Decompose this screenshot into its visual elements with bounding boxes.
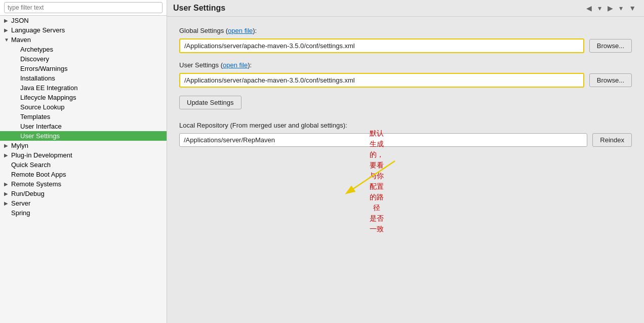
sidebar-item-lifecycle-mappings[interactable]: Lifecycle Mappings (0, 93, 167, 102)
sidebar-item-quick-search[interactable]: Quick Search (0, 160, 167, 170)
user-settings-link[interactable]: open file (223, 61, 248, 69)
local-repo-row: Reindex (179, 133, 632, 147)
sidebar-item-label: Mylyn (11, 142, 165, 149)
nav-icons: ◀ ▾ ▶ ▾ ▼ (584, 3, 638, 13)
local-repo-label: Local Repository (From merged user and g… (179, 122, 632, 129)
sidebar-item-run-debug[interactable]: ▶ Run/Debug (0, 189, 167, 198)
server-arrow-icon: ▶ (4, 200, 11, 206)
svg-line-0 (349, 161, 395, 191)
sidebar-item-label: Lifecycle Mappings (20, 94, 165, 101)
sidebar-item-errors-warnings[interactable]: Errors/Warnings (0, 64, 167, 73)
update-settings-button[interactable]: Update Settings (179, 96, 242, 109)
sidebar-item-label: Remote Systems (11, 180, 165, 188)
json-arrow-icon: ▶ (4, 18, 11, 23)
sidebar-item-label: Source Lookup (20, 103, 165, 111)
main-content: Global Settings (open file): Browse... U… (167, 17, 644, 323)
main-header: User Settings ◀ ▾ ▶ ▾ ▼ (167, 0, 644, 17)
sidebar-item-label: Templates (20, 113, 165, 120)
annotation-line2: 是否一致 (370, 213, 384, 234)
sidebar-item-mylyn[interactable]: ▶ Mylyn (0, 141, 167, 150)
global-settings-browse-button[interactable]: Browse... (589, 39, 632, 53)
sidebar-item-server[interactable]: ▶ Server (0, 198, 167, 208)
main-panel: User Settings ◀ ▾ ▶ ▾ ▼ Global Settings … (167, 0, 644, 323)
sidebar-item-label: Maven (11, 36, 165, 44)
language-servers-arrow-icon: ▶ (4, 27, 11, 33)
sidebar-item-language-servers[interactable]: ▶ Language Servers (0, 25, 167, 35)
local-repo-section: Local Repository (From merged user and g… (179, 122, 632, 147)
sidebar-item-user-settings[interactable]: User Settings (0, 131, 167, 141)
sidebar-item-archetypes[interactable]: Archetypes (0, 45, 167, 54)
mylyn-arrow-icon: ▶ (4, 143, 11, 148)
sidebar-item-label: Java EE Integration (20, 84, 165, 92)
sidebar-item-maven[interactable]: ▼ Maven (0, 35, 167, 45)
sidebar-item-plug-in-development[interactable]: ▶ Plug-in Development (0, 150, 167, 160)
annotation-arrow-icon (339, 158, 400, 199)
sidebar-item-label: User Interface (20, 123, 165, 130)
back-button[interactable]: ◀ (584, 3, 594, 13)
sidebar-item-java-ee[interactable]: Java EE Integration (0, 83, 167, 93)
user-settings-row: Browse... (179, 73, 632, 88)
forward-button[interactable]: ▶ (606, 3, 615, 13)
sidebar-item-discovery[interactable]: Discovery (0, 54, 167, 64)
maven-arrow-icon: ▼ (4, 37, 11, 43)
global-settings-input[interactable] (179, 38, 584, 53)
forward-dropdown-button[interactable]: ▾ (617, 3, 625, 13)
sidebar-item-label: Installations (20, 74, 165, 82)
sidebar-item-label: Language Servers (11, 26, 165, 34)
local-repo-input[interactable] (179, 133, 587, 147)
plug-in-arrow-icon: ▶ (4, 152, 11, 158)
sidebar-tree: ▶ JSON ▶ Language Servers ▼ Maven Archet… (0, 16, 167, 323)
global-settings-row: Browse... (179, 38, 632, 53)
sidebar-item-label: Plug-in Development (11, 151, 165, 159)
sidebar-item-label: Remote Boot Apps (11, 171, 165, 178)
sidebar-item-label: Server (11, 199, 165, 207)
remote-systems-arrow-icon: ▶ (4, 181, 11, 187)
menu-dropdown-button[interactable]: ▼ (627, 3, 638, 13)
sidebar-item-remote-boot-apps[interactable]: Remote Boot Apps (0, 170, 167, 179)
sidebar-item-json[interactable]: ▶ JSON (0, 16, 167, 25)
reindex-button[interactable]: Reindex (592, 133, 632, 147)
sidebar-item-label: Spring (11, 209, 165, 217)
sidebar-item-templates[interactable]: Templates (0, 112, 167, 122)
sidebar-item-label: User Settings (20, 132, 165, 140)
sidebar-item-label: Archetypes (20, 46, 165, 53)
user-settings-label: User Settings (open file): (179, 61, 632, 69)
filter-input[interactable] (4, 2, 163, 13)
global-settings-label: Global Settings (open file): (179, 27, 632, 34)
sidebar-item-label: JSON (11, 17, 165, 24)
global-settings-link[interactable]: open file (228, 27, 253, 34)
sidebar-item-source-lookup[interactable]: Source Lookup (0, 102, 167, 112)
sidebar-item-label: Discovery (20, 55, 165, 63)
sidebar-filter-area (0, 0, 167, 16)
sidebar-item-remote-systems[interactable]: ▶ Remote Systems (0, 179, 167, 189)
sidebar-item-label: Quick Search (11, 161, 165, 169)
page-title: User Settings (173, 4, 225, 13)
sidebar-item-user-interface[interactable]: User Interface (0, 122, 167, 131)
sidebar-item-label: Run/Debug (11, 190, 165, 197)
sidebar-item-spring[interactable]: Spring (0, 208, 167, 218)
sidebar-item-installations[interactable]: Installations (0, 73, 167, 83)
user-settings-input[interactable] (179, 73, 584, 88)
sidebar: ▶ JSON ▶ Language Servers ▼ Maven Archet… (0, 0, 167, 323)
sidebar-item-label: Errors/Warnings (20, 65, 165, 72)
user-settings-browse-button[interactable]: Browse... (589, 73, 632, 87)
back-dropdown-button[interactable]: ▾ (596, 3, 603, 13)
run-debug-arrow-icon: ▶ (4, 191, 11, 196)
